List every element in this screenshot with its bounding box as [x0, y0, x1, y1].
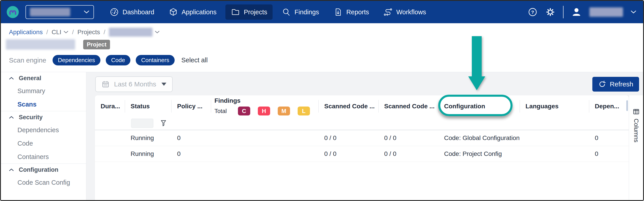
nav-item-projects[interactable]: Projects — [226, 4, 272, 20]
sidebar-item-scans[interactable]: Scans — [1, 98, 86, 111]
content-body: General Summary Scans Security Dependenc… — [1, 72, 643, 200]
status-filter-input[interactable] — [131, 119, 154, 128]
nav-item-label: Applications — [182, 8, 216, 16]
scan-engine-pill-dependencies[interactable]: Dependencies — [52, 55, 100, 65]
app-window: Dashboard Applications Projects Findings… — [0, 0, 644, 201]
findings-severity-row: Total C H M L — [214, 107, 318, 115]
scan-engine-pill-containers[interactable]: Containers — [136, 55, 175, 65]
cell-policy: 0 — [171, 134, 211, 142]
user-name-redacted — [590, 7, 623, 17]
nav-item-applications[interactable]: Applications — [163, 4, 222, 20]
nav-item-dashboard[interactable]: Dashboard — [104, 4, 160, 20]
scans-table: Dura... Status Policy ... Findings Total… — [95, 95, 629, 200]
nav-item-findings[interactable]: Findings — [276, 4, 324, 20]
column-header-policy[interactable]: Policy ... — [171, 95, 211, 117]
nav-item-reports[interactable]: Reports — [328, 4, 374, 20]
sidebar-section-configuration[interactable]: Configuration — [1, 164, 86, 176]
severity-badge-high: H — [258, 107, 270, 115]
column-header-languages[interactable]: Languages — [520, 95, 589, 117]
sidebar-section-label: Security — [19, 114, 43, 121]
table-row[interactable]: Running 0 0 / 0 0 / 0 Code: Global Confi… — [95, 130, 629, 146]
column-header-status[interactable]: Status — [125, 95, 171, 117]
columns-panel-label: Columns — [632, 119, 640, 143]
sidebar-section-general[interactable]: General — [1, 72, 86, 84]
chevron-up-icon — [9, 168, 14, 171]
sidebar-section-label: General — [19, 75, 41, 82]
cell-configuration: Code: Project Config — [438, 150, 520, 158]
chevron-down-icon — [84, 10, 90, 14]
organization-selector[interactable] — [26, 5, 94, 19]
cell-status: Running — [125, 134, 171, 142]
sidebar-item-summary[interactable]: Summary — [1, 84, 86, 98]
breadcrumb-current-project[interactable] — [109, 28, 160, 37]
top-nav: Dashboard Applications Projects Findings… — [1, 1, 643, 23]
sidebar-item-containers[interactable]: Containers — [1, 150, 86, 164]
report-file-icon — [334, 7, 343, 17]
breadcrumb: Applications / CLI / Projects / — [9, 28, 160, 37]
project-title-row: Project — [6, 39, 110, 50]
column-header-findings[interactable]: Findings Total C H M L — [211, 95, 318, 117]
cell-scanned-code-2: 0 / 0 — [378, 150, 438, 158]
table-row[interactable]: Running 0 0 / 0 0 / 0 Code: Project Conf… — [95, 146, 629, 162]
project-title-redacted — [6, 39, 75, 50]
search-icon — [282, 7, 291, 17]
refresh-icon — [598, 80, 606, 88]
chevron-up-icon — [9, 116, 14, 119]
select-all-link[interactable]: Select all — [181, 56, 208, 64]
nav-item-workflows[interactable]: Workflows — [378, 4, 431, 20]
column-header-scanned-code-2[interactable]: Scanned Code ... — [378, 95, 438, 117]
breadcrumb-projects[interactable]: Projects — [77, 28, 100, 36]
dashboard-icon — [110, 7, 119, 17]
chevron-down-icon — [64, 31, 68, 34]
calendar-icon — [102, 80, 110, 88]
chevron-down-icon[interactable] — [630, 10, 636, 14]
scan-engine-pill-code[interactable]: Code — [106, 55, 130, 65]
cell-configuration: Code: Global Configuration — [438, 134, 520, 142]
sidebar-item-dependencies[interactable]: Dependencies — [1, 123, 86, 137]
caret-down-icon — [162, 83, 166, 86]
refresh-button[interactable]: Refresh — [592, 77, 639, 92]
column-header-scanned-code-1[interactable]: Scanned Code ... — [318, 95, 378, 117]
breadcrumb-separator: / — [104, 28, 105, 36]
column-header-duration[interactable]: Dura... — [95, 95, 125, 117]
sidebar-item-code[interactable]: Code — [1, 137, 86, 150]
help-icon[interactable]: ? — [528, 7, 538, 17]
column-header-dependencies[interactable]: Depen... — [589, 95, 629, 117]
sidebar-section-label: Configuration — [19, 166, 58, 173]
sidebar-item-code-scan-config[interactable]: Code Scan Config — [1, 176, 86, 189]
chevron-up-icon — [9, 77, 14, 80]
filter-funnel-icon[interactable] — [160, 120, 167, 127]
breadcrumb-applications[interactable]: Applications — [9, 28, 43, 36]
cell-dependencies: 0 — [589, 134, 629, 142]
cell-scanned-code-2: 0 / 0 — [378, 134, 438, 142]
scan-engine-label: Scan engine — [9, 56, 46, 64]
columns-icon — [633, 108, 640, 115]
user-avatar-icon[interactable] — [571, 7, 582, 17]
columns-panel-toggle[interactable]: Columns — [629, 95, 643, 200]
nav-item-label: Reports — [346, 8, 369, 16]
column-header-configuration[interactable]: Configuration — [438, 95, 520, 117]
brand-logo-icon[interactable] — [7, 6, 19, 18]
nav-item-label: Findings — [294, 8, 319, 16]
breadcrumb-cli[interactable]: CLI — [52, 28, 69, 36]
primary-nav: Dashboard Applications Projects Findings… — [104, 4, 431, 20]
scans-toolbar: Last 6 Months Refresh — [95, 76, 639, 92]
severity-badge-low: L — [298, 107, 310, 115]
cell-scanned-code-1: 0 / 0 — [318, 134, 378, 142]
severity-badge-critical: C — [238, 107, 250, 115]
cube-icon — [168, 7, 178, 17]
sidebar-section-security[interactable]: Security — [1, 111, 86, 123]
gear-icon[interactable] — [545, 7, 556, 17]
refresh-label: Refresh — [610, 80, 633, 88]
nav-item-label: Dashboard — [122, 8, 154, 16]
findings-group-label: Findings — [214, 97, 240, 104]
project-name-redacted — [109, 28, 152, 37]
table-scrollbar-thumb[interactable] — [626, 100, 628, 111]
table-header-row: Dura... Status Policy ... Findings Total… — [95, 95, 629, 117]
date-range-select[interactable]: Last 6 Months — [95, 76, 173, 92]
breadcrumb-cli-label: CLI — [52, 28, 62, 36]
chevron-down-icon — [155, 31, 160, 34]
organization-name-redacted — [30, 8, 70, 16]
project-type-badge: Project — [83, 40, 110, 49]
severity-badge-medium: M — [278, 107, 290, 115]
